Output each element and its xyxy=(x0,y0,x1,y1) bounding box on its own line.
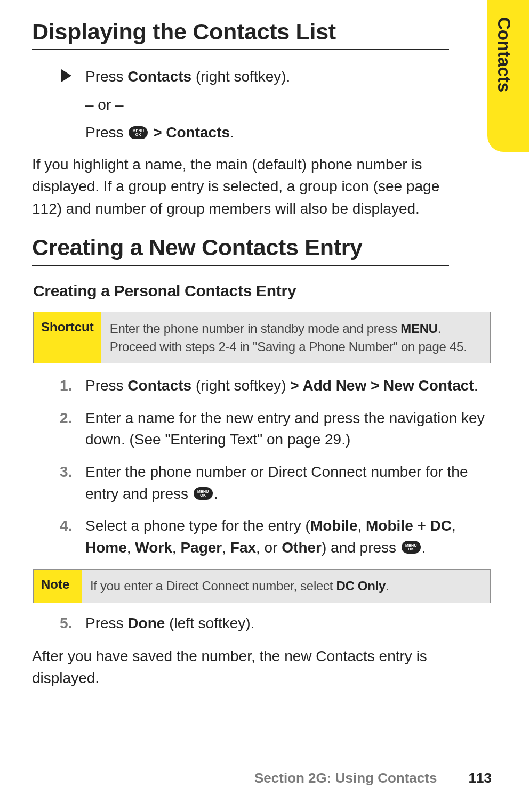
menu-ok-icon: MENUOK xyxy=(129,126,148,139)
text: Select a phone type for the entry ( xyxy=(85,517,310,534)
text: . xyxy=(214,485,218,502)
text-bold: Pager xyxy=(180,539,222,556)
heading-displaying: Displaying the Contacts List xyxy=(32,19,449,45)
text: (left softkey). xyxy=(165,615,254,631)
note-callout: Note If you enter a Direct Connect numbe… xyxy=(33,569,491,603)
bullet-or: – or – xyxy=(85,94,449,116)
rule xyxy=(32,49,449,50)
text-bold: Mobile + DC xyxy=(366,517,452,534)
text: , xyxy=(357,517,366,534)
text-bold: Contacts xyxy=(127,377,191,394)
text-bold: DC Only xyxy=(336,579,386,593)
step-4: Select a phone type for the entry (Mobil… xyxy=(32,515,491,558)
page-number: 113 xyxy=(469,770,492,786)
bullet-line-2: Press MENUOK > Contacts. xyxy=(85,122,449,144)
text-bold: > xyxy=(149,124,166,141)
text-bold: Work xyxy=(135,539,172,556)
step-3: Enter the phone number or Direct Connect… xyxy=(32,461,491,505)
rule xyxy=(32,265,449,266)
callout-label: Note xyxy=(34,570,82,603)
text: If you enter a Direct Connect number, se… xyxy=(90,579,336,593)
text: . xyxy=(474,377,478,394)
text-bold: Done xyxy=(127,615,165,631)
text: Press xyxy=(85,68,127,85)
shortcut-callout: Shortcut Enter the phone number in stand… xyxy=(33,312,491,363)
side-tab: Contacts xyxy=(487,0,529,152)
bullet-line-1: Press Contacts (right softkey). xyxy=(85,66,449,88)
text-bold: Contacts xyxy=(127,68,191,85)
subheading: Creating a Personal Contacts Entry xyxy=(33,282,492,300)
text: . xyxy=(422,539,426,556)
menu-ok-icon: MENUOK xyxy=(194,487,213,500)
text: Press xyxy=(85,615,127,631)
step-1: Press Contacts (right softkey) > Add New… xyxy=(32,375,491,397)
callout-content: Enter the phone number in standby mode a… xyxy=(101,312,490,363)
text: , xyxy=(127,539,135,556)
text: Press xyxy=(85,377,127,394)
step-5: Press Done (left softkey). xyxy=(32,613,491,635)
text: (right softkey) xyxy=(191,377,290,394)
text: ) and press xyxy=(322,539,400,556)
text: , xyxy=(222,539,230,556)
triangle-bullet-icon xyxy=(61,69,71,82)
text: , xyxy=(172,539,181,556)
callout-label: Shortcut xyxy=(34,312,101,363)
text: Enter the phone number or Direct Connect… xyxy=(85,464,468,502)
text-bold: Fax xyxy=(230,539,256,556)
heading-creating: Creating a New Contacts Entry xyxy=(32,234,449,261)
text: . xyxy=(386,579,389,593)
paragraph: If you highlight a name, the main (defau… xyxy=(32,153,449,220)
menu-ok-icon: MENUOK xyxy=(402,541,421,554)
text-bold: Home xyxy=(85,539,127,556)
side-tab-label: Contacts xyxy=(494,17,514,92)
text-bold: > Add New > New Contact xyxy=(290,377,474,394)
text-bold: Other xyxy=(282,539,322,556)
text: , xyxy=(452,517,456,534)
steps-list: Press Contacts (right softkey) > Add New… xyxy=(32,375,492,558)
bullet-block: Press Contacts (right softkey). – or – P… xyxy=(32,66,449,144)
text-bold: Mobile xyxy=(310,517,358,534)
text: Press xyxy=(85,124,127,141)
text-bold: MENU xyxy=(400,321,437,336)
text: . xyxy=(230,124,234,141)
text: , or xyxy=(256,539,282,556)
steps-list-cont: Press Done (left softkey). xyxy=(32,613,492,635)
step-2: Enter a name for the new entry and press… xyxy=(32,408,491,451)
text-bold: Contacts xyxy=(166,124,230,141)
text: (right softkey). xyxy=(191,68,290,85)
text: Enter the phone number in standby mode a… xyxy=(110,321,401,336)
footer-section: Section 2G: Using Contacts xyxy=(254,770,437,786)
paragraph: After you have saved the number, the new… xyxy=(32,645,449,689)
callout-content: If you enter a Direct Connect number, se… xyxy=(82,570,490,603)
footer: Section 2G: Using Contacts 113 xyxy=(254,770,492,786)
